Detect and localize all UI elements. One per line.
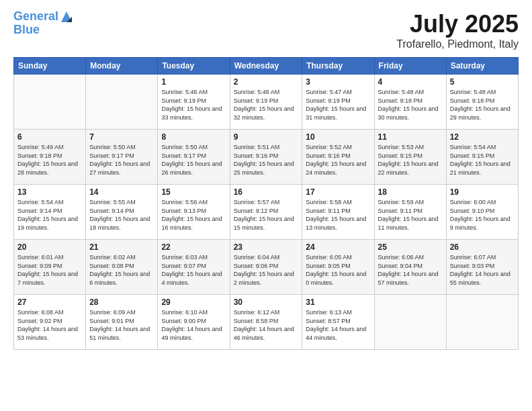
day-number: 14 — [89, 187, 154, 197]
day-number: 30 — [234, 298, 299, 307]
calendar-day-cell: 13Sunrise: 5:54 AM Sunset: 9:14 PM Dayli… — [14, 185, 86, 240]
day-number: 17 — [306, 187, 370, 197]
calendar-day-cell: 24Sunrise: 6:05 AM Sunset: 9:05 PM Dayli… — [302, 240, 374, 295]
day-info: Sunrise: 5:54 AM Sunset: 9:14 PM Dayligh… — [17, 198, 82, 232]
calendar-day-cell: 7Sunrise: 5:50 AM Sunset: 9:17 PM Daylig… — [86, 130, 158, 185]
day-info: Sunrise: 6:07 AM Sunset: 9:03 PM Dayligh… — [450, 253, 515, 287]
day-info: Sunrise: 5:56 AM Sunset: 9:13 PM Dayligh… — [161, 198, 226, 232]
day-info: Sunrise: 5:46 AM Sunset: 9:19 PM Dayligh… — [234, 88, 299, 122]
day-info: Sunrise: 5:48 AM Sunset: 9:18 PM Dayligh… — [450, 88, 515, 122]
day-number: 18 — [378, 187, 443, 197]
day-info: Sunrise: 6:10 AM Sunset: 9:00 PM Dayligh… — [161, 308, 226, 342]
day-info: Sunrise: 5:54 AM Sunset: 9:15 PM Dayligh… — [450, 143, 515, 177]
day-number: 7 — [89, 132, 154, 142]
weekday-header: Sunday — [14, 58, 86, 75]
day-number: 22 — [161, 242, 226, 252]
weekday-header: Saturday — [446, 58, 518, 75]
day-info: Sunrise: 6:05 AM Sunset: 9:05 PM Dayligh… — [306, 253, 370, 287]
calendar-day-cell: 22Sunrise: 6:03 AM Sunset: 9:07 PM Dayli… — [158, 240, 230, 295]
day-info: Sunrise: 6:03 AM Sunset: 9:07 PM Dayligh… — [161, 253, 226, 287]
calendar-day-cell: 3Sunrise: 5:47 AM Sunset: 9:19 PM Daylig… — [302, 75, 374, 130]
day-number: 24 — [306, 242, 370, 252]
calendar-table: SundayMondayTuesdayWednesdayThursdayFrid… — [13, 57, 519, 350]
day-number: 20 — [17, 242, 82, 252]
calendar-day-cell: 1Sunrise: 5:46 AM Sunset: 9:19 PM Daylig… — [158, 75, 230, 130]
day-info: Sunrise: 6:08 AM Sunset: 9:02 PM Dayligh… — [17, 308, 82, 342]
calendar-week-row: 6Sunrise: 5:49 AM Sunset: 9:18 PM Daylig… — [14, 130, 519, 185]
calendar-day-cell: 19Sunrise: 6:00 AM Sunset: 9:10 PM Dayli… — [446, 185, 518, 240]
day-number: 27 — [17, 298, 82, 307]
calendar-header-row: SundayMondayTuesdayWednesdayThursdayFrid… — [14, 58, 519, 75]
day-info: Sunrise: 5:46 AM Sunset: 9:19 PM Dayligh… — [161, 88, 226, 122]
day-number: 13 — [17, 187, 82, 197]
day-number: 8 — [161, 132, 226, 142]
calendar-week-row: 20Sunrise: 6:01 AM Sunset: 9:09 PM Dayli… — [14, 240, 519, 295]
day-info: Sunrise: 6:13 AM Sunset: 8:57 PM Dayligh… — [306, 308, 370, 342]
calendar-day-cell: 8Sunrise: 5:50 AM Sunset: 9:17 PM Daylig… — [158, 130, 230, 185]
calendar-day-cell: 6Sunrise: 5:49 AM Sunset: 9:18 PM Daylig… — [14, 130, 86, 185]
day-number: 15 — [161, 187, 226, 197]
day-info: Sunrise: 5:49 AM Sunset: 9:18 PM Dayligh… — [17, 143, 82, 177]
calendar-day-cell: 30Sunrise: 6:12 AM Sunset: 8:58 PM Dayli… — [230, 295, 302, 350]
day-info: Sunrise: 5:50 AM Sunset: 9:17 PM Dayligh… — [89, 143, 154, 177]
calendar-day-cell: 11Sunrise: 5:53 AM Sunset: 9:15 PM Dayli… — [374, 130, 446, 185]
calendar-day-cell: 12Sunrise: 5:54 AM Sunset: 9:15 PM Dayli… — [446, 130, 518, 185]
day-number: 31 — [306, 298, 370, 307]
day-number: 11 — [378, 132, 443, 142]
day-number: 1 — [161, 77, 226, 87]
calendar-day-cell — [14, 75, 86, 130]
day-number: 28 — [89, 298, 154, 307]
logo: General Blue — [13, 10, 73, 36]
weekday-header: Thursday — [302, 58, 374, 75]
day-number: 5 — [450, 77, 515, 87]
calendar-day-cell: 10Sunrise: 5:52 AM Sunset: 9:16 PM Dayli… — [302, 130, 374, 185]
calendar-day-cell: 23Sunrise: 6:04 AM Sunset: 9:06 PM Dayli… — [230, 240, 302, 295]
calendar-day-cell: 28Sunrise: 6:09 AM Sunset: 9:01 PM Dayli… — [86, 295, 158, 350]
day-number: 2 — [234, 77, 299, 87]
calendar-day-cell: 5Sunrise: 5:48 AM Sunset: 9:18 PM Daylig… — [446, 75, 518, 130]
weekday-header: Friday — [374, 58, 446, 75]
day-number: 16 — [234, 187, 299, 197]
calendar-day-cell: 29Sunrise: 6:10 AM Sunset: 9:00 PM Dayli… — [158, 295, 230, 350]
day-info: Sunrise: 5:51 AM Sunset: 9:16 PM Dayligh… — [234, 143, 299, 177]
calendar-day-cell: 27Sunrise: 6:08 AM Sunset: 9:02 PM Dayli… — [14, 295, 86, 350]
day-info: Sunrise: 5:53 AM Sunset: 9:15 PM Dayligh… — [378, 143, 443, 177]
day-number: 10 — [306, 132, 370, 142]
calendar-day-cell: 21Sunrise: 6:02 AM Sunset: 9:08 PM Dayli… — [86, 240, 158, 295]
day-info: Sunrise: 5:57 AM Sunset: 9:12 PM Dayligh… — [234, 198, 299, 232]
calendar-week-row: 13Sunrise: 5:54 AM Sunset: 9:14 PM Dayli… — [14, 185, 519, 240]
page: General Blue July 2025 Trofarello, Piedm… — [0, 0, 532, 411]
calendar-day-cell — [446, 295, 518, 350]
day-info: Sunrise: 5:52 AM Sunset: 9:16 PM Dayligh… — [306, 143, 370, 177]
day-number: 3 — [306, 77, 370, 87]
day-number: 21 — [89, 242, 154, 252]
calendar-day-cell: 26Sunrise: 6:07 AM Sunset: 9:03 PM Dayli… — [446, 240, 518, 295]
calendar-day-cell: 20Sunrise: 6:01 AM Sunset: 9:09 PM Dayli… — [14, 240, 86, 295]
calendar-day-cell — [86, 75, 158, 130]
calendar-day-cell: 9Sunrise: 5:51 AM Sunset: 9:16 PM Daylig… — [230, 130, 302, 185]
calendar-week-row: 1Sunrise: 5:46 AM Sunset: 9:19 PM Daylig… — [14, 75, 519, 130]
day-info: Sunrise: 5:47 AM Sunset: 9:19 PM Dayligh… — [306, 88, 370, 122]
weekday-header: Monday — [86, 58, 158, 75]
calendar-day-cell: 16Sunrise: 5:57 AM Sunset: 9:12 PM Dayli… — [230, 185, 302, 240]
day-info: Sunrise: 6:02 AM Sunset: 9:08 PM Dayligh… — [89, 253, 154, 287]
day-info: Sunrise: 6:00 AM Sunset: 9:10 PM Dayligh… — [450, 198, 515, 232]
day-info: Sunrise: 6:06 AM Sunset: 9:04 PM Dayligh… — [378, 253, 443, 287]
calendar-day-cell — [374, 295, 446, 350]
calendar-day-cell: 15Sunrise: 5:56 AM Sunset: 9:13 PM Dayli… — [158, 185, 230, 240]
day-info: Sunrise: 6:12 AM Sunset: 8:58 PM Dayligh… — [234, 308, 299, 342]
logo-blue: Blue — [13, 24, 73, 36]
day-info: Sunrise: 6:04 AM Sunset: 9:06 PM Dayligh… — [234, 253, 299, 287]
header: General Blue July 2025 Trofarello, Piedm… — [13, 10, 519, 50]
day-info: Sunrise: 5:58 AM Sunset: 9:11 PM Dayligh… — [306, 198, 370, 232]
weekday-header: Wednesday — [230, 58, 302, 75]
calendar-day-cell: 18Sunrise: 5:59 AM Sunset: 9:11 PM Dayli… — [374, 185, 446, 240]
calendar-day-cell: 31Sunrise: 6:13 AM Sunset: 8:57 PM Dayli… — [302, 295, 374, 350]
day-number: 19 — [450, 187, 515, 197]
day-number: 26 — [450, 242, 515, 252]
calendar-day-cell: 4Sunrise: 5:48 AM Sunset: 9:18 PM Daylig… — [374, 75, 446, 130]
day-info: Sunrise: 5:50 AM Sunset: 9:17 PM Dayligh… — [161, 143, 226, 177]
location: Trofarello, Piedmont, Italy — [396, 38, 519, 50]
day-info: Sunrise: 6:01 AM Sunset: 9:09 PM Dayligh… — [17, 253, 82, 287]
day-number: 6 — [17, 132, 82, 142]
